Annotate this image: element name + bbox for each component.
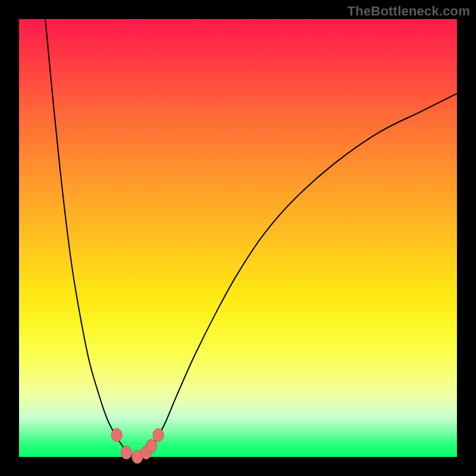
bottleneck-curve-plot: [19, 19, 457, 457]
curve-marker: [153, 428, 164, 441]
curve-right-branch: [137, 93, 457, 458]
curve-marker: [111, 428, 122, 441]
chart-area: [19, 19, 457, 457]
watermark-text: TheBottleneck.com: [347, 4, 470, 19]
curve-marker: [146, 440, 156, 453]
curve-marker: [121, 446, 131, 459]
curve-left-branch: [45, 19, 137, 458]
curve-markers: [111, 428, 164, 464]
